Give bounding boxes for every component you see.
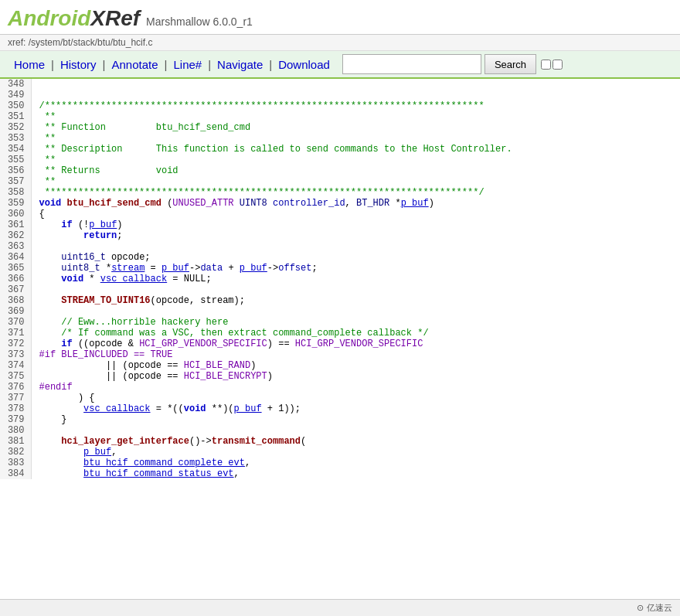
- line-number-link[interactable]: 368: [8, 295, 25, 306]
- line-code: {: [31, 209, 680, 220]
- line-code: if (!p_buf): [31, 220, 680, 230]
- table-row: 382 p_buf,: [0, 447, 680, 458]
- line-number-link[interactable]: 361: [8, 220, 25, 230]
- line-number-link[interactable]: 374: [8, 360, 25, 371]
- line-number-link[interactable]: 381: [8, 436, 25, 447]
- line-number: 361: [0, 220, 31, 230]
- table-row: 365 uint8_t *stream = p_buf->data + p_bu…: [0, 263, 680, 274]
- table-row: 381 hci_layer_get_interface()->transmit_…: [0, 436, 680, 447]
- line-number-link[interactable]: 375: [8, 371, 25, 382]
- logo-android: Android: [8, 6, 90, 30]
- nav-annotate[interactable]: Annotate: [106, 55, 165, 74]
- line-number-link[interactable]: 354: [8, 144, 25, 155]
- line-number-link[interactable]: 364: [8, 252, 25, 263]
- line-code: uint8_t *stream = p_buf->data + p_buf->o…: [31, 263, 680, 274]
- line-code: #endif: [31, 382, 680, 393]
- line-number-link[interactable]: 377: [8, 393, 25, 403]
- line-number-link[interactable]: 357: [8, 176, 25, 187]
- line-number-link[interactable]: 358: [8, 187, 25, 198]
- line-number-link[interactable]: 349: [8, 90, 25, 100]
- line-number: 367: [0, 284, 31, 295]
- table-row: 371 /* If command was a VSC, then extrac…: [0, 328, 680, 339]
- table-row: 356 ** Returns void: [0, 165, 680, 176]
- line-number-link[interactable]: 376: [8, 382, 25, 393]
- table-row: 376#endif: [0, 382, 680, 393]
- line-number-link[interactable]: 365: [8, 263, 25, 274]
- line-number-link[interactable]: 359: [8, 198, 25, 209]
- line-code: **: [31, 155, 680, 165]
- line-number: 375: [0, 371, 31, 382]
- line-number-link[interactable]: 356: [8, 165, 25, 176]
- line-number: 349: [0, 90, 31, 100]
- line-number-link[interactable]: 363: [8, 241, 25, 252]
- line-number: 381: [0, 436, 31, 447]
- line-number-link[interactable]: 348: [8, 79, 25, 90]
- line-number-link[interactable]: 380: [8, 425, 25, 436]
- line-code: || (opcode == HCI_BLE_ENCRYPT): [31, 371, 680, 382]
- table-row: 351 **: [0, 111, 680, 122]
- line-number: 355: [0, 155, 31, 165]
- line-number: 369: [0, 306, 31, 317]
- nav-home[interactable]: Home: [8, 55, 51, 74]
- line-number-link[interactable]: 360: [8, 209, 25, 220]
- search-check-1[interactable]: [541, 60, 551, 70]
- line-number: 382: [0, 447, 31, 458]
- search-input[interactable]: [342, 54, 481, 74]
- line-number-link[interactable]: 351: [8, 111, 25, 122]
- nav-line[interactable]: Line#: [167, 55, 208, 74]
- nav-download[interactable]: Download: [272, 55, 336, 74]
- line-code: ****************************************…: [31, 187, 680, 198]
- line-code: **: [31, 111, 680, 122]
- line-code: [31, 79, 680, 90]
- line-number: 372: [0, 339, 31, 349]
- line-code: void * vsc_callback = NULL;: [31, 274, 680, 284]
- table-row: 374 || (opcode == HCI_BLE_RAND): [0, 360, 680, 371]
- line-number-link[interactable]: 383: [8, 458, 25, 468]
- line-code: [31, 425, 680, 436]
- line-number-link[interactable]: 350: [8, 100, 25, 111]
- line-number-link[interactable]: 367: [8, 284, 25, 295]
- line-number-link[interactable]: 373: [8, 349, 25, 360]
- search-button[interactable]: Search: [484, 54, 536, 74]
- table-row: 352 ** Function btu_hcif_send_cmd: [0, 122, 680, 133]
- search-check-2[interactable]: [552, 60, 563, 70]
- line-number: 384: [0, 468, 31, 479]
- table-row: 363: [0, 241, 680, 252]
- code-area: 348349350/******************************…: [0, 79, 680, 479]
- line-number: 353: [0, 133, 31, 144]
- line-code: void btu_hcif_send_cmd (UNUSED_ATTR UINT…: [31, 198, 680, 209]
- line-number-link[interactable]: 378: [8, 403, 25, 414]
- table-row: 350/************************************…: [0, 100, 680, 111]
- line-number-link[interactable]: 371: [8, 328, 25, 339]
- line-number: 371: [0, 328, 31, 339]
- line-number-link[interactable]: 370: [8, 317, 25, 328]
- breadcrumb: xref: /system/bt/stack/btu/btu_hcif.c: [0, 35, 680, 51]
- table-row: 383 btu_hcif_command_complete_evt,: [0, 458, 680, 468]
- line-number: 373: [0, 349, 31, 360]
- line-code: [31, 284, 680, 295]
- line-code: [31, 241, 680, 252]
- line-code: **: [31, 133, 680, 144]
- line-number-link[interactable]: 355: [8, 155, 25, 165]
- line-number-link[interactable]: 353: [8, 133, 25, 144]
- nav-history[interactable]: History: [54, 55, 103, 74]
- nav-navigate[interactable]: Navigate: [211, 55, 269, 74]
- line-code: #if BLE_INCLUDED == TRUE: [31, 349, 680, 360]
- line-number-link[interactable]: 369: [8, 306, 25, 317]
- line-number-link[interactable]: 372: [8, 339, 25, 349]
- site-logo[interactable]: AndroidXRefMarshmallow 6.0.0_r1: [8, 6, 253, 31]
- line-number-link[interactable]: 382: [8, 447, 25, 458]
- line-code: STREAM_TO_UINT16(opcode, stream);: [31, 295, 680, 306]
- line-number-link[interactable]: 379: [8, 414, 25, 425]
- line-number: 383: [0, 458, 31, 468]
- line-code: hci_layer_get_interface()->transmit_comm…: [31, 436, 680, 447]
- table-row: 364 uint16_t opcode;: [0, 252, 680, 263]
- table-row: 360{: [0, 209, 680, 220]
- line-code: **: [31, 176, 680, 187]
- line-number-link[interactable]: 384: [8, 468, 25, 479]
- line-code: }: [31, 414, 680, 425]
- line-number-link[interactable]: 362: [8, 230, 25, 241]
- line-number-link[interactable]: 366: [8, 274, 25, 284]
- line-number-link[interactable]: 352: [8, 122, 25, 133]
- line-code: [31, 90, 680, 100]
